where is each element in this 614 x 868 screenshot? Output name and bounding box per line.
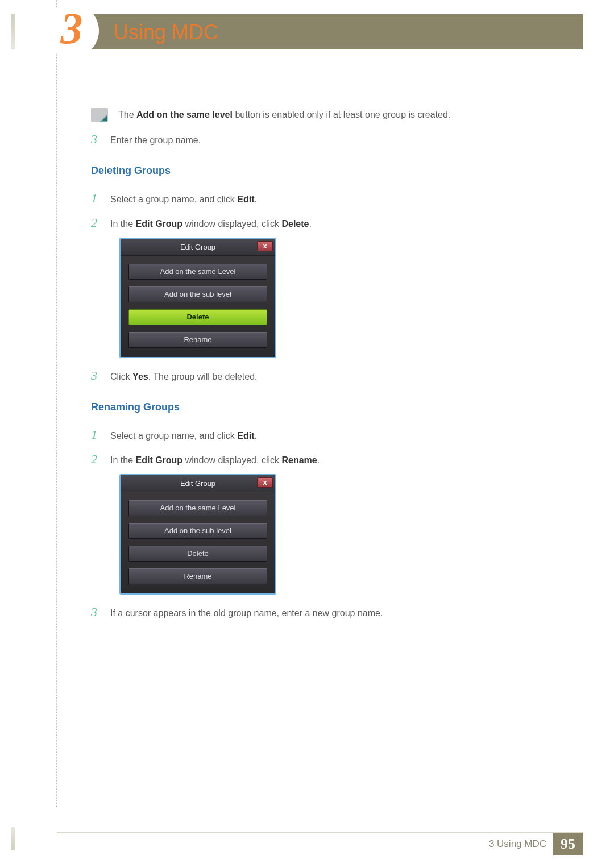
step-text: If a cursor appears in the old group nam… — [110, 607, 529, 620]
step-text: Enter the group name. — [110, 134, 529, 147]
dialog-title: Edit Group — [180, 242, 215, 253]
delete-button[interactable]: Delete — [128, 546, 267, 562]
step-number: 3 — [91, 603, 110, 621]
sec2-step3: 3 If a cursor appears in the old group n… — [91, 603, 529, 621]
note-row: The Add on the same level button is enab… — [91, 108, 529, 122]
step-text: In the Edit Group window displayed, clic… — [110, 454, 529, 467]
step-number: 1 — [91, 189, 110, 207]
rename-button[interactable]: Rename — [128, 568, 267, 584]
chapter-title: Using MDC — [114, 20, 218, 44]
dialog-delete-screenshot: Edit Group x Add on the same Level Add o… — [119, 238, 529, 358]
note-icon — [91, 108, 108, 122]
left-margin-dashed — [23, 0, 57, 807]
footer-text: 3 Using MDC — [489, 838, 546, 850]
dialog-body: Add on the same Level Add on the sub lev… — [121, 256, 275, 357]
page-number: 95 — [553, 833, 583, 855]
sec2-step2: 2 In the Edit Group window displayed, cl… — [91, 450, 529, 468]
dialog-rename-screenshot: Edit Group x Add on the same Level Add o… — [119, 474, 529, 595]
add-sub-level-button[interactable]: Add on the sub level — [128, 523, 267, 539]
close-icon[interactable]: x — [257, 241, 273, 251]
dialog-titlebar: Edit Group x — [121, 239, 275, 256]
add-sub-level-button[interactable]: Add on the sub level — [128, 286, 267, 302]
left-stripe-top — [11, 14, 15, 49]
chapter-number: 3 — [61, 3, 83, 54]
step-text: Click Yes. The group will be deleted. — [110, 370, 529, 384]
subheading-renaming: Renaming Groups — [91, 400, 529, 415]
add-same-level-button[interactable]: Add on the same Level — [128, 264, 267, 280]
step-enter-name: 3 Enter the group name. — [91, 130, 529, 148]
subheading-deleting: Deleting Groups — [91, 163, 529, 178]
step-text: In the Edit Group window displayed, clic… — [110, 217, 529, 231]
chapter-badge: 3 — [47, 6, 97, 56]
step-number: 1 — [91, 425, 110, 444]
step-number: 3 — [91, 130, 110, 148]
edit-group-dialog: Edit Group x Add on the same Level Add o… — [119, 238, 276, 358]
dialog-body: Add on the same Level Add on the sub lev… — [121, 492, 275, 593]
dialog-title: Edit Group — [180, 478, 215, 489]
footer: 3 Using MDC 95 — [489, 833, 583, 855]
close-icon[interactable]: x — [257, 477, 273, 488]
dialog-titlebar: Edit Group x — [121, 475, 275, 492]
step-text: Select a group name, and click Edit. — [110, 429, 529, 443]
step-number: 2 — [91, 450, 110, 468]
step-number: 2 — [91, 213, 110, 232]
sec1-step2: 2 In the Edit Group window displayed, cl… — [91, 213, 529, 232]
sec1-step3: 3 Click Yes. The group will be deleted. — [91, 366, 529, 385]
sec2-step1: 1 Select a group name, and click Edit. — [91, 425, 529, 444]
rename-button[interactable]: Rename — [128, 332, 267, 348]
left-stripe-bottom — [11, 827, 15, 850]
delete-button[interactable]: Delete — [128, 309, 267, 325]
step-number: 3 — [91, 366, 110, 385]
add-same-level-button[interactable]: Add on the same Level — [128, 500, 267, 516]
step-text: Select a group name, and click Edit. — [110, 193, 529, 206]
page-content: The Add on the same level button is enab… — [91, 108, 529, 627]
sec1-step1: 1 Select a group name, and click Edit. — [91, 189, 529, 207]
edit-group-dialog: Edit Group x Add on the same Level Add o… — [119, 474, 276, 595]
note-text: The Add on the same level button is enab… — [118, 108, 529, 122]
